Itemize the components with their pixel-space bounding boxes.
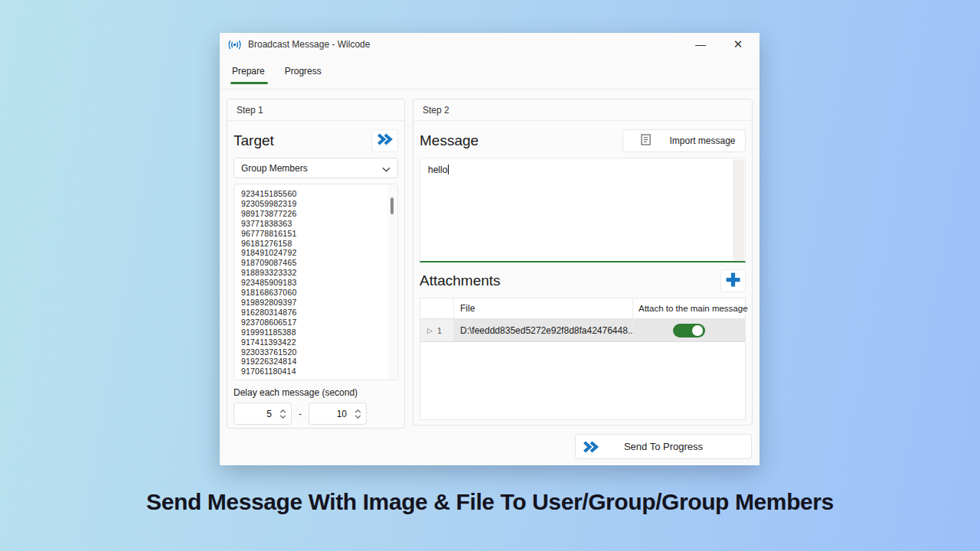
attachments-table-header: File Attach to the main message — [420, 298, 745, 319]
attachment-file-path: D:\feeddd835ed5272e92f8d8fa42476448... — [454, 319, 633, 341]
phone-number-list[interactable]: 9234151855609230599823199891738772269377… — [234, 184, 398, 380]
phone-number: 923708606517 — [241, 318, 390, 328]
phone-number: 918491024792 — [241, 248, 390, 258]
delay-max-stepper[interactable]: 10 — [309, 403, 367, 425]
phone-number: 917411393422 — [241, 337, 390, 347]
message-text: hello — [428, 165, 447, 175]
phone-number: 989173877226 — [241, 209, 390, 219]
titlebar: Broadcast Message - Wilcode — ✕ — [220, 33, 760, 56]
phone-number: 923059982319 — [241, 199, 390, 209]
close-icon: ✕ — [733, 37, 743, 51]
send-to-progress-button[interactable]: Send To Progress — [575, 434, 752, 459]
delay-min-stepper[interactable]: 5 — [234, 403, 292, 425]
phone-number: 923033761520 — [241, 347, 390, 357]
row-index: 1 — [437, 326, 442, 335]
step2-panel: Step 2 Message Import message — [413, 99, 753, 425]
send-to-progress-label: Send To Progress — [624, 441, 703, 452]
row-expander-icon[interactable]: ▷ — [427, 327, 433, 334]
plus-icon — [725, 272, 741, 291]
broadcast-message-window: Broadcast Message - Wilcode — ✕ Prepare … — [220, 33, 760, 465]
delay-separator: - — [299, 409, 302, 419]
target-forward-button[interactable] — [371, 129, 398, 152]
broadcast-icon — [227, 39, 242, 51]
import-message-button[interactable]: Import message — [622, 129, 746, 152]
phone-number: 919892809397 — [241, 298, 390, 308]
phone-number: 918893323332 — [241, 268, 390, 278]
phone-number: 923485909183 — [241, 278, 390, 288]
phone-number: 917061180414 — [241, 367, 390, 377]
chevron-down-icon — [382, 161, 390, 175]
import-message-label: Import message — [669, 135, 735, 146]
phone-number: 919991185388 — [241, 328, 390, 337]
delay-min-value: 5 — [234, 409, 277, 419]
message-textarea[interactable]: hello — [420, 158, 746, 262]
tab-strip: Prepare Progress — [220, 56, 760, 90]
list-scrollbar-thumb[interactable] — [390, 197, 394, 214]
text-caret — [448, 165, 449, 174]
stepper-arrows-icon[interactable] — [352, 409, 366, 419]
add-attachment-button[interactable] — [720, 269, 746, 292]
step2-header: Step 2 — [413, 99, 752, 121]
window-title: Broadcast Message - Wilcode — [248, 39, 370, 50]
document-icon — [641, 134, 651, 148]
phone-number: 918709087465 — [241, 258, 390, 268]
tab-prepare[interactable]: Prepare — [232, 66, 265, 84]
attach-toggle[interactable] — [673, 324, 705, 337]
close-button[interactable]: ✕ — [722, 33, 754, 56]
minimize-button[interactable]: — — [684, 33, 717, 56]
dropdown-value: Group Members — [241, 163, 308, 174]
attachments-title: Attachments — [420, 272, 501, 289]
phone-number: 918168637060 — [241, 288, 390, 298]
attachments-table: File Attach to the main message ▷ 1 D:\f… — [420, 298, 746, 420]
double-chevron-icon — [582, 440, 600, 457]
message-scrollbar[interactable] — [733, 159, 744, 261]
delay-label: Delay each message (second) — [234, 387, 398, 398]
message-title: Message — [420, 132, 479, 149]
minimize-icon: — — [695, 38, 706, 51]
tab-progress[interactable]: Progress — [285, 66, 322, 84]
double-chevron-icon — [376, 132, 394, 149]
phone-number: 923415185560 — [241, 189, 390, 199]
list-scrollbar[interactable] — [387, 185, 397, 379]
phone-number: 916280314876 — [241, 308, 390, 318]
step1-panel: Step 1 Target Group Members — [227, 99, 405, 429]
file-column-header: File — [454, 298, 633, 318]
stepper-arrows-icon[interactable] — [277, 409, 291, 419]
caption-text: Send Message With Image & File To User/G… — [0, 489, 980, 515]
phone-number: 93771838363 — [241, 219, 390, 229]
target-type-dropdown[interactable]: Group Members — [234, 158, 398, 178]
expander-column-header — [420, 298, 454, 318]
target-title: Target — [234, 132, 274, 149]
attachment-row[interactable]: ▷ 1 D:\feeddd835ed5272e92f8d8fa42476448.… — [420, 319, 745, 342]
delay-max-value: 10 — [309, 409, 352, 419]
phone-number: 967778816151 — [241, 229, 390, 239]
attach-column-header: Attach to the main message — [633, 298, 748, 318]
phone-number: 919226324814 — [241, 357, 390, 367]
step1-header: Step 1 — [227, 99, 404, 121]
phone-number: 96181276158 — [241, 239, 390, 249]
toggle-knob — [692, 325, 703, 336]
